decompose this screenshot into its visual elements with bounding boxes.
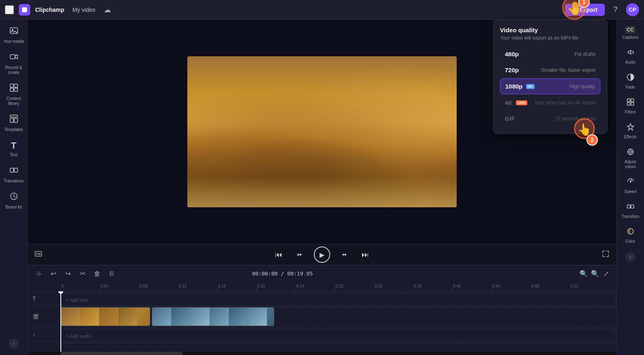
right-panel-label-speed: Speed <box>624 189 636 194</box>
right-panel-label-filters: Filters <box>625 110 636 115</box>
svg-rect-28 <box>627 205 630 208</box>
timeline-undo-button[interactable]: ↩ <box>47 268 59 280</box>
timeline-scrollbar[interactable] <box>28 352 616 355</box>
text-track-label: T <box>28 296 60 302</box>
right-panel-label-captions: Captions <box>622 35 638 40</box>
ruler-tick-8: 0:08 <box>139 284 178 291</box>
sidebar-item-record-create[interactable]: Record & create <box>2 49 26 78</box>
speed-panel-icon <box>626 178 635 188</box>
right-panel-item-captions[interactable]: CC Captions <box>618 23 643 43</box>
sidebar-item-templates[interactable]: Templates <box>2 111 26 135</box>
text-track-icon: T <box>33 296 36 302</box>
svg-rect-12 <box>10 115 18 117</box>
your-media-icon <box>9 26 18 38</box>
video-track-label: 🎬 <box>28 314 60 320</box>
add-text-button[interactable]: + Add text <box>60 293 616 307</box>
sidebar-item-content-library[interactable]: Content library <box>2 80 26 109</box>
right-panel-item-adjust-colors[interactable]: Adjust colors <box>618 144 643 173</box>
ruler-tick-32: 0:32 <box>374 284 413 291</box>
right-panel-item-speed[interactable]: Speed <box>618 174 643 197</box>
export-button[interactable]: ⬆ Export <box>565 4 605 16</box>
timeline-delete-button[interactable]: 🗑 <box>91 268 103 280</box>
sidebar-label-record-create: Record & create <box>3 65 24 75</box>
audio-panel-icon <box>626 48 635 58</box>
video-clips-track: 🎬 <box>28 306 616 327</box>
quality-desc-gif: 15 seconds or less <box>555 116 595 122</box>
timeline-scrollbar-thumb[interactable] <box>60 352 183 355</box>
right-panel-item-effects[interactable]: Effects <box>618 120 643 143</box>
audio-track-content: + Add audio <box>60 327 616 342</box>
zoom-controls: 🔍 🔍 ⤢ <box>579 269 611 279</box>
right-panel-item-transition[interactable]: Transition <box>618 199 643 222</box>
right-panel-collapse-button[interactable]: ‹ <box>626 252 635 262</box>
play-pause-button[interactable]: ▶ <box>314 246 330 263</box>
quality-desc-4k: Your video has no 4K media <box>534 100 595 106</box>
video-clips-content <box>60 306 616 327</box>
right-panel-item-fade[interactable]: Fade <box>618 70 643 93</box>
right-panel-item-color[interactable]: Color <box>618 224 643 247</box>
playback-controls: ⏮ 5 ▶ ⏭ <box>28 244 616 265</box>
quality-option-1080p[interactable]: 1080p HD High quality <box>500 78 600 94</box>
svg-rect-7 <box>10 55 15 59</box>
svg-rect-9 <box>14 84 18 87</box>
right-panel-item-filters[interactable]: Filters <box>618 95 643 118</box>
sidebar-item-text[interactable]: T Text <box>2 137 26 161</box>
brand-kit-icon <box>9 192 18 203</box>
timeline-time-display: 00:00:00 / 00:19.95 <box>252 271 313 277</box>
left-sidebar: Your media Record & create Content libra… <box>0 20 28 355</box>
svg-rect-21 <box>627 99 630 102</box>
fullscreen-button[interactable] <box>602 250 610 260</box>
timeline-playhead[interactable] <box>60 291 61 352</box>
timeline-select-tool[interactable]: ⊹ <box>33 268 44 280</box>
skip-to-end-button[interactable]: ⏭ <box>358 247 373 262</box>
quality-option-720p[interactable]: 720p Smaller file, faster export <box>500 62 600 78</box>
sidebar-collapse-button[interactable]: › <box>9 339 19 348</box>
timeline-duplicate-button[interactable]: ⎘ <box>106 268 118 280</box>
timeline-cut-button[interactable]: ✂ <box>77 268 88 280</box>
fit-to-window-button[interactable]: ⤢ <box>602 269 611 279</box>
text-track-content: + Add text <box>60 291 616 306</box>
video-clip-1[interactable] <box>60 307 150 326</box>
sidebar-item-transitions[interactable]: Transitions <box>2 162 26 187</box>
avatar-button[interactable]: CP <box>626 3 639 16</box>
quality-option-480p[interactable]: 480p For drafts <box>500 47 600 62</box>
timeline-toolbar: ⊹ ↩ ↪ ✂ 🗑 ⎘ 00:00:00 / 00:19.95 🔍 🔍 ⤢ <box>28 265 616 282</box>
captions-button[interactable] <box>34 250 42 260</box>
project-name[interactable]: My video <box>73 7 95 13</box>
fast-forward-button[interactable] <box>337 247 351 262</box>
quality-option-4k[interactable]: 4K UHD Your video has no 4K media <box>500 95 600 110</box>
topbar-left: Clipchamp My video ☁ <box>5 4 113 16</box>
app-logo <box>19 4 30 16</box>
timeline-ruler: 0 0:04 0:08 0:12 0:16 0:20 0:24 0:28 0:3… <box>28 282 616 291</box>
right-panel-label-audio: Audio <box>625 60 636 65</box>
audio-track-icon: ♪ <box>33 332 35 337</box>
video-clip-2[interactable] <box>152 307 274 326</box>
help-button[interactable]: ? <box>609 3 622 16</box>
svg-rect-11 <box>14 88 18 91</box>
svg-rect-24 <box>631 102 634 105</box>
right-panel-item-audio[interactable]: Audio <box>618 45 643 68</box>
right-panel-label-color: Color <box>626 239 635 244</box>
svg-text:5: 5 <box>297 253 299 257</box>
add-audio-button[interactable]: + Add audio <box>60 329 616 343</box>
color-panel-icon <box>626 227 635 237</box>
sidebar-label-content-library: Content library <box>3 96 24 106</box>
svg-rect-15 <box>10 168 13 172</box>
hamburger-menu[interactable] <box>5 5 14 14</box>
ruler-tick-48: 0:48 <box>531 284 570 291</box>
svg-rect-18 <box>35 251 42 256</box>
ruler-tick-4: 0:04 <box>100 284 139 291</box>
sidebar-item-brand-kit[interactable]: Brand kit <box>2 189 26 213</box>
quality-option-gif[interactable]: GIF 15 seconds or less <box>500 111 600 126</box>
sidebar-item-your-media[interactable]: Your media <box>2 23 26 47</box>
svg-rect-22 <box>631 99 634 102</box>
rewind-button[interactable]: 5 <box>293 247 307 262</box>
svg-rect-23 <box>627 102 630 105</box>
video-frame <box>187 56 457 207</box>
timeline-tracks: T + Add text 🎬 <box>28 291 616 352</box>
timeline-redo-button[interactable]: ↪ <box>62 268 73 280</box>
zoom-out-button[interactable]: 🔍 <box>579 269 588 279</box>
templates-icon <box>9 114 18 126</box>
zoom-in-button[interactable]: 🔍 <box>590 269 600 279</box>
skip-to-start-button[interactable]: ⏮ <box>271 247 286 262</box>
